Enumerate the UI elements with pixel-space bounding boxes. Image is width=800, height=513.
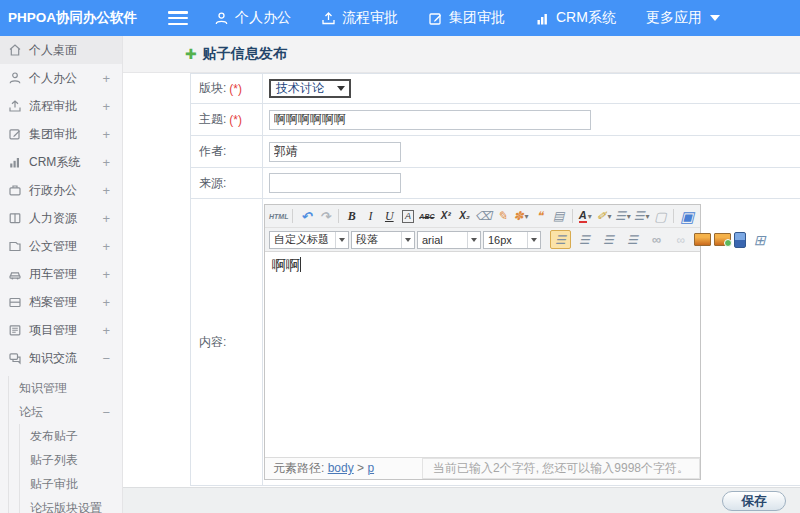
chat-bubbles-icon [8, 351, 23, 366]
sidebar-item-admin-office[interactable]: 行政办公 + [0, 176, 122, 204]
subscript-icon[interactable]: X₂ [456, 207, 474, 226]
caret-down-icon [467, 232, 480, 248]
sidebar-item-forum[interactable]: 论坛 − [9, 400, 122, 424]
required-mark: (*) [229, 113, 242, 127]
font-size-select[interactable]: 16px [483, 231, 541, 249]
nav-group-approval[interactable]: 集团审批 [428, 9, 505, 27]
sidebar-item-hr[interactable]: 人力资源 + [0, 204, 122, 232]
sidebar-item-post-approval[interactable]: 贴子审批 [20, 472, 122, 496]
subject-label: 主题: [199, 111, 226, 128]
strikethrough-icon[interactable]: ABC [418, 207, 436, 226]
path-link-p[interactable]: p [367, 461, 374, 475]
unlink-icon[interactable]: ∞ [670, 230, 691, 249]
html-source-icon[interactable]: HTML [269, 207, 288, 226]
phpoa-app: PHPOA协同办公软件 个人办公 流程审批 集团审批 CRM系统 更多应用 [0, 0, 800, 513]
heading-select[interactable]: 自定义标题 [269, 231, 349, 249]
main-content: 版块: (*) 技术讨论 主题: (*) [123, 73, 800, 487]
sidebar-item-archive-mgmt[interactable]: 档案管理 + [0, 288, 122, 316]
eraser-icon[interactable]: ⌫ [474, 207, 492, 226]
media-icon[interactable] [734, 232, 746, 248]
section-select[interactable]: 技术讨论 [269, 79, 351, 98]
subject-input[interactable] [269, 110, 591, 130]
paragraph-select[interactable]: 段落 [351, 231, 415, 249]
form-row-subject: 主题: (*) [191, 104, 800, 136]
sidebar-item-document-mgmt[interactable]: 公文管理 + [0, 232, 122, 260]
sidebar-item-personal-desktop[interactable]: 个人桌面 [0, 36, 122, 64]
sidebar-item-crm[interactable]: CRM系统 + [0, 148, 122, 176]
separator [292, 209, 293, 223]
link-icon[interactable]: ∞ [646, 230, 667, 249]
paste-plain-icon[interactable]: ▤ [550, 207, 568, 226]
underline-icon[interactable]: U [380, 207, 398, 226]
font-family-select[interactable]: arial [417, 231, 481, 249]
align-justify-icon[interactable]: ☰ [622, 230, 643, 249]
format-brush-icon[interactable]: ✎ [493, 207, 511, 226]
align-left-icon[interactable]: ☰ [550, 230, 571, 249]
add-icon: ✚ [185, 46, 197, 62]
redo-icon[interactable]: ↷ [316, 207, 334, 226]
path-link-body[interactable]: body [328, 461, 354, 475]
nav-process-approval[interactable]: 流程审批 [321, 9, 398, 27]
image-icon[interactable] [694, 233, 711, 246]
source-input[interactable] [269, 173, 401, 193]
caret-down-icon [527, 232, 540, 248]
new-doc-icon[interactable]: ▢ [652, 207, 670, 226]
nav-personal-office[interactable]: 个人办公 [214, 9, 291, 27]
sidebar-item-knowledge-exchange[interactable]: 知识交流 − [0, 344, 122, 372]
home-icon [8, 43, 23, 58]
separator [338, 209, 339, 223]
author-input[interactable] [269, 142, 401, 162]
form-row-source: 来源: [191, 168, 800, 199]
nav-more-apps[interactable]: 更多应用 [646, 9, 720, 27]
unordered-list-icon[interactable]: ☰ [633, 207, 651, 226]
sidebar-item-post-list[interactable]: 贴子列表 [20, 448, 122, 472]
align-right-icon[interactable]: ☰ [598, 230, 619, 249]
picture-icon[interactable] [714, 233, 731, 246]
sidebar-item-post-publish[interactable]: 发布贴子 [20, 424, 122, 448]
rich-text-editor: HTML↶↷BIUAABCX²X₂⌫✎✽❝▤A✐☰☰▢▣ 自定义标题 段落 [264, 204, 701, 480]
top-navigation: 个人办公 流程审批 集团审批 CRM系统 更多应用 [214, 9, 720, 27]
sidebar-item-process-approval[interactable]: 流程审批 + [0, 92, 122, 120]
italic-icon[interactable]: I [362, 207, 380, 226]
post-form: 版块: (*) 技术讨论 主题: (*) [190, 73, 800, 486]
sidebar-item-knowledge-mgmt[interactable]: 知识管理 [9, 376, 122, 400]
source-label: 来源: [199, 175, 226, 192]
process-icon [321, 11, 336, 26]
sidebar-item-vehicle-mgmt[interactable]: 用车管理 + [0, 260, 122, 288]
sidebar-item-personal-office[interactable]: 个人办公 + [0, 64, 122, 92]
topbar: PHPOA协同办公软件 个人办公 流程审批 集团审批 CRM系统 更多应用 [0, 0, 800, 36]
section-label: 版块: [199, 80, 226, 97]
spray-color-icon[interactable]: ✽ [512, 207, 530, 226]
table-icon[interactable]: ⊞ [749, 230, 770, 249]
separator [673, 209, 674, 223]
sidebar-item-forum-section-settings[interactable]: 论坛版块设置 [20, 496, 122, 513]
char-count-info: 当前已输入2个字符, 您还可以输入9998个字符。 [422, 458, 700, 479]
align-center-icon[interactable]: ☰ [574, 230, 595, 249]
caret-down-icon [335, 232, 348, 248]
page-title: 贴子信息发布 [203, 45, 287, 63]
content-label: 内容: [199, 334, 226, 351]
ordered-list-icon[interactable]: ☰ [614, 207, 632, 226]
project-board-icon [8, 323, 23, 338]
save-button[interactable]: 保存 [722, 491, 786, 511]
font-color-icon[interactable]: A [576, 207, 594, 226]
knowledge-submenu: 知识管理 论坛 − 发布贴子 贴子列表 贴子审批 论坛版块设置 [8, 376, 122, 513]
bar-chart-icon [535, 11, 550, 26]
caret-down-icon [401, 232, 414, 248]
font-box-icon[interactable]: A [399, 207, 417, 226]
undo-icon[interactable]: ↶ [297, 207, 315, 226]
bold-icon[interactable]: B [343, 207, 361, 226]
superscript-icon[interactable]: X² [437, 207, 455, 226]
required-mark: (*) [229, 82, 242, 96]
bar-chart-icon [8, 155, 23, 170]
highlight-pen-icon[interactable]: ✐ [595, 207, 613, 226]
fullscreen-icon[interactable]: ▣ [678, 207, 696, 226]
editor-content[interactable]: 啊啊 [265, 252, 700, 457]
blockquote-icon[interactable]: ❝ [531, 207, 549, 226]
sidebar-item-group-approval[interactable]: 集团审批 + [0, 120, 122, 148]
nav-crm[interactable]: CRM系统 [535, 9, 616, 27]
app-logo: PHPOA协同办公软件 [0, 9, 150, 27]
folder-icon [8, 239, 23, 254]
menu-toggle-icon[interactable] [168, 11, 188, 25]
sidebar-item-project-mgmt[interactable]: 项目管理 + [0, 316, 122, 344]
